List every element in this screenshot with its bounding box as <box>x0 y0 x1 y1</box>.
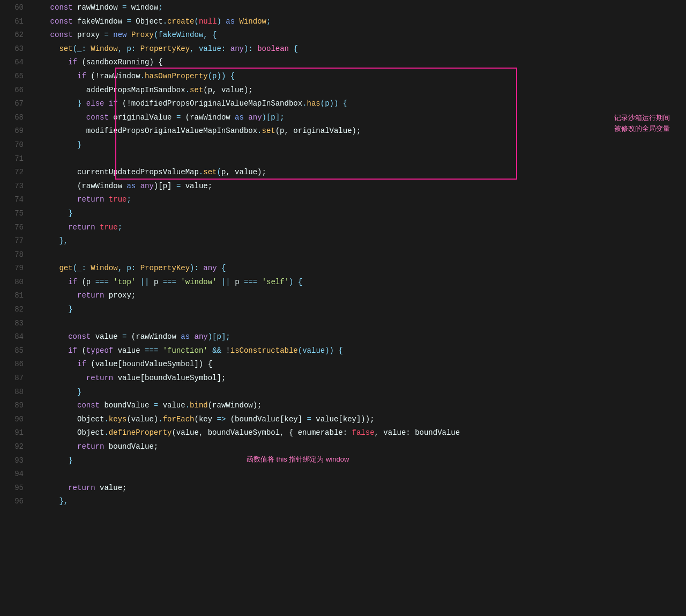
code-content: 记录沙箱运行期间 被修改的全局变量 函数值将 this 指针绑定为 window… <box>32 0 686 509</box>
token: p <box>230 278 244 286</box>
token: if <box>68 346 77 355</box>
token: 'function' <box>163 346 208 355</box>
token: set <box>59 44 72 53</box>
token: null <box>199 17 217 26</box>
token: (value, boundValueSymbol, { enumerable: <box>172 428 352 437</box>
code-line: if (value[boundValueSymbol]) { <box>32 358 686 372</box>
token: p <box>150 278 163 286</box>
token: hasOwnProperty <box>145 72 208 80</box>
token: (p)) { <box>208 72 235 80</box>
token: forEach <box>163 415 195 424</box>
line-number: 67 <box>0 97 24 111</box>
token <box>109 278 113 286</box>
code-line: const fakeWindow = Object.create(null) a… <box>32 15 686 29</box>
token: (rawWindow <box>77 182 126 190</box>
token: (value)) { <box>298 346 343 355</box>
token <box>32 58 68 66</box>
token <box>32 456 68 465</box>
code-line: if (!rawWindow.hasOwnProperty(p)) { <box>32 70 686 84</box>
token: . <box>185 86 190 94</box>
line-number: 96 <box>0 495 24 509</box>
token: true <box>100 223 118 232</box>
line-number: 84 <box>0 330 24 344</box>
token: return <box>68 223 95 232</box>
line-number: 64 <box>0 56 24 70</box>
token <box>32 305 68 314</box>
token: return <box>86 374 113 382</box>
token: || <box>140 278 150 286</box>
line-number: 82 <box>0 303 24 317</box>
token: }, <box>59 236 68 245</box>
token: addedPropsMapInSandbox <box>86 86 185 94</box>
line-number: 60 <box>0 1 24 15</box>
line-number: 66 <box>0 84 24 98</box>
token: ) <box>217 17 221 26</box>
token: window <box>126 3 158 12</box>
line-number: 85 <box>0 344 24 358</box>
line-number: 89 <box>0 399 24 413</box>
code-line: addedPropsMapInSandbox.set(p, value); <box>32 84 686 98</box>
token: bind <box>190 401 208 410</box>
token <box>32 374 86 382</box>
token: ! <box>221 346 230 355</box>
token: currentUpdatedPropsValueMap <box>77 168 199 176</box>
token: isConstructable <box>230 346 298 355</box>
token <box>32 360 77 368</box>
token: (fakeWindow, { <box>154 31 217 39</box>
token <box>32 388 77 396</box>
code-line: if (p === 'top' || p === 'window' || p =… <box>32 276 686 290</box>
token: : <box>248 44 257 53</box>
line-number: 73 <box>0 180 24 194</box>
line-number: 77 <box>0 234 24 248</box>
line-number: 90 <box>0 413 24 427</box>
line-number: 88 <box>0 385 24 399</box>
token: (! <box>86 72 100 80</box>
token: (value[boundValueSymbol]) { <box>86 360 212 368</box>
token: rawWindow <box>73 3 122 12</box>
token: as <box>126 182 136 190</box>
token <box>158 346 162 355</box>
token <box>190 332 194 341</box>
token: return <box>77 291 104 300</box>
token: boundValue; <box>104 442 158 451</box>
token: any <box>140 182 154 190</box>
token <box>32 236 59 245</box>
code-line: return boundValue; <box>32 440 686 454</box>
token: has <box>307 99 320 108</box>
token: = <box>104 31 108 39</box>
code-line: return value; <box>32 481 686 495</box>
token <box>235 17 239 26</box>
token: any <box>230 44 244 53</box>
code-line: return proxy; <box>32 289 686 303</box>
token <box>32 182 77 190</box>
token: Proxy <box>131 31 154 39</box>
token: proxy <box>73 31 105 39</box>
token <box>32 127 86 135</box>
token: (_: <box>73 44 91 53</box>
token: create <box>167 17 194 26</box>
line-numbers: 6061626364656667686970717273747576777879… <box>0 0 32 509</box>
token: => <box>217 415 226 424</box>
token <box>208 346 212 355</box>
token: modifiedPropsOriginalValueMapInSandbox <box>131 99 302 108</box>
token: (boundValue[key] <box>226 415 307 424</box>
token: ( <box>217 168 221 176</box>
token: )[p] <box>154 182 176 190</box>
token: = <box>307 415 311 424</box>
code-line: (rawWindow as any)[p] = value; <box>32 180 686 194</box>
line-number: 80 <box>0 276 24 290</box>
token: const <box>86 113 109 122</box>
token <box>257 278 262 286</box>
token: as <box>235 113 244 122</box>
token: const <box>77 401 100 410</box>
line-number: 74 <box>0 193 24 207</box>
token: Window <box>91 264 117 272</box>
token: typeof <box>86 346 113 355</box>
token: , p: <box>118 264 140 272</box>
token <box>32 346 68 355</box>
token: === <box>95 278 109 286</box>
token: 'top' <box>113 278 136 286</box>
token: as <box>226 17 235 26</box>
line-number: 91 <box>0 426 24 440</box>
code-line <box>32 317 686 331</box>
